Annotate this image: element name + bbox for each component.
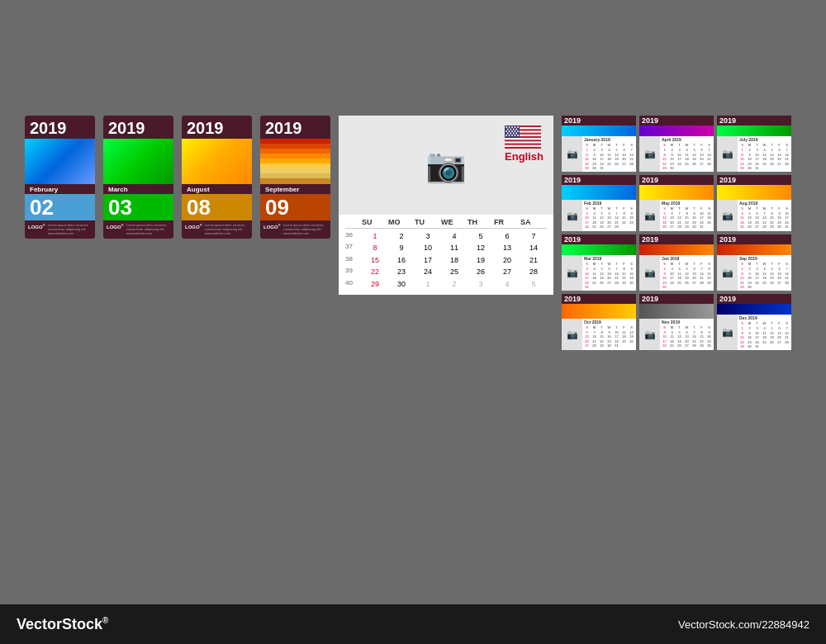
sg-data-08: Aug 2019 SMTWTFS 45678910 11121314151617… [738,200,791,231]
sg-mini-12: SMTWTFS 1234567 891011121314 15161718192… [739,321,790,349]
cal-logo-aug: LOGO® [185,223,202,230]
sg-data-01: January 2019 SMTWTFS 1234567 89101112131… [582,136,636,172]
day-38-fr: 20 [494,254,520,266]
sg-month-04: April 2019 [662,137,712,142]
day-36-su: 1 [362,230,388,242]
svg-point-27 [509,135,510,136]
small-calendar-grid: 2019 📷 January 2019 SMTWTFS 1234567 8910… [562,116,791,350]
sg-camera-01: 📷 [567,149,578,159]
sg-photo-06: 📷 [639,255,660,291]
sg-month-11: Nov 2019 [662,320,712,324]
cal-text-mar: Lorem ipsum dolor sit amet, consectetur … [126,223,170,236]
bottom-bar: VectorStock® VectorStock.com/22884942 [0,604,826,644]
sg-body-08: 📷 Aug 2019 SMTWTFS 45678910 111213141516… [717,200,791,231]
sg-year-03: 2019 [564,235,581,244]
svg-rect-5 [505,141,541,143]
week-header [345,218,362,226]
cal-month-feb: February [25,184,95,194]
svg-rect-4 [505,138,541,140]
cal-row-38: 38 15 16 17 18 19 20 21 [345,254,547,266]
svg-point-16 [515,129,517,130]
day-39-su: 22 [362,266,388,277]
calendar-card-mar: 2019 March 03 LOGO® Lorem ipsum dolor si… [103,116,173,239]
sg-body-11: 📷 Nov 2019 SMTWTFS 3456789 1011121314151… [639,319,714,350]
sg-header-10: 2019 [562,294,636,304]
sg-mini-10: SMTWTFS 6789101112 13141516171819 202122… [584,325,634,348]
sg-year-06: 2019 [642,235,658,244]
week-num-39: 39 [345,266,362,277]
sg-photo-12: 📷 [717,315,738,350]
sg-photo-05: 📷 [639,200,660,231]
day-mo: MO [388,218,415,226]
svg-point-29 [515,135,516,136]
sg-header-11: 2019 [639,294,714,304]
svg-point-26 [506,135,507,136]
sg-body-10: 📷 Oct 2019 SMTWTFS 6789101112 1314151617… [562,319,636,350]
day-su: SU [362,218,388,226]
days-header: SU MO TU WE TH FR SA [345,218,547,229]
cal-color-sep [260,139,330,184]
flag-area: English [505,125,544,163]
sg-color-03 [562,244,636,255]
small-cal-05: 2019 📷 May 2019 SMTWTFS 567891011 121314… [639,175,714,231]
sg-year-04: 2019 [642,116,658,125]
day-39-we: 25 [441,266,468,277]
sg-year-01: 2019 [564,116,581,125]
day-38-tu: 17 [415,254,441,266]
sg-header-03: 2019 [562,234,636,244]
sg-year-09: 2019 [719,235,736,244]
cal-year-feb: 2019 [25,116,95,139]
day-39-sa: 28 [520,266,547,277]
cal-footer-feb: LOGO® Lorem ipsum dolor sit amet, consec… [25,220,95,239]
sg-year-12: 2019 [719,295,736,303]
sg-camera-07: 📷 [722,149,733,159]
sg-header-09: 2019 [717,234,791,244]
day-fr: FR [494,218,520,226]
sg-body-06: 📷 Jun 2019 SMTWTFS 2345678 9101112131415… [639,255,714,291]
day-37-th: 12 [468,242,494,253]
sg-mini-01: SMTWTFS 1234567 891011121314 15161718192… [584,143,634,171]
sg-photo-10: 📷 [562,319,582,350]
sg-body-02: 📷 Feb 2019 SMTWTFS 3456789 1011121314151… [562,200,636,231]
cal-text-aug: Lorem ipsum dolor sit amet, consectetur … [205,223,249,236]
day-36-sa: 7 [520,230,547,242]
cal-year-sep: 2019 [260,116,330,139]
sg-camera-03: 📷 [567,268,578,278]
day-th: TH [468,218,494,226]
sg-camera-12: 📷 [722,327,733,338]
cal-row-39: 39 22 23 24 25 26 27 28 [345,266,547,277]
sg-mini-11: SMTWTFS 3456789 10111213141516 171819202… [662,325,712,348]
svg-point-21 [517,130,519,132]
sg-data-06: Jun 2019 SMTWTFS 2345678 9101112131415 1… [660,255,714,291]
cal-text-sep: Lorem ipsum dolor sit amet, consectetur … [283,223,327,236]
day-38-th: 19 [468,254,494,266]
calendar-card-sep: 2019 September 09 LOGO® Lorem ipsum dolo… [260,116,330,239]
sg-header-01: 2019 [562,116,636,125]
sg-month-07: July 2019 [739,137,790,142]
day-sa: SA [520,218,547,226]
sg-camera-09: 📷 [722,268,733,278]
svg-point-15 [513,129,515,130]
sg-data-05: May 2019 SMTWTFS 567891011 1213141516171… [660,200,714,231]
sg-year-08: 2019 [719,176,736,184]
sg-year-05: 2019 [642,176,658,184]
sg-camera-06: 📷 [644,268,656,278]
sg-year-10: 2019 [564,295,581,303]
small-cal-11: 2019 📷 Nov 2019 SMTWTFS 3456789 10111213… [639,294,714,350]
camera-icon: 📷 [425,146,467,185]
day-36-th: 5 [468,230,494,242]
sg-color-12 [717,304,791,315]
sg-year-02: 2019 [564,176,581,184]
cal-logo-feb: LOGO® [28,223,45,230]
day-36-fr: 6 [494,230,520,242]
svg-point-20 [515,130,516,132]
sg-photo-03: 📷 [562,255,582,291]
svg-point-8 [506,126,507,128]
week-num-37: 37 [345,242,362,253]
sg-month-12: Dec 2019 [739,315,790,320]
calendar-card-aug: 2019 August 08 LOGO® Lorem ipsum dolor s… [182,116,252,239]
day-36-tu: 3 [415,230,441,242]
sg-body-05: 📷 May 2019 SMTWTFS 567891011 12131415161… [639,200,714,231]
sg-data-12: Dec 2019 SMTWTFS 1234567 891011121314 15… [738,315,791,350]
svg-point-13 [507,129,509,130]
